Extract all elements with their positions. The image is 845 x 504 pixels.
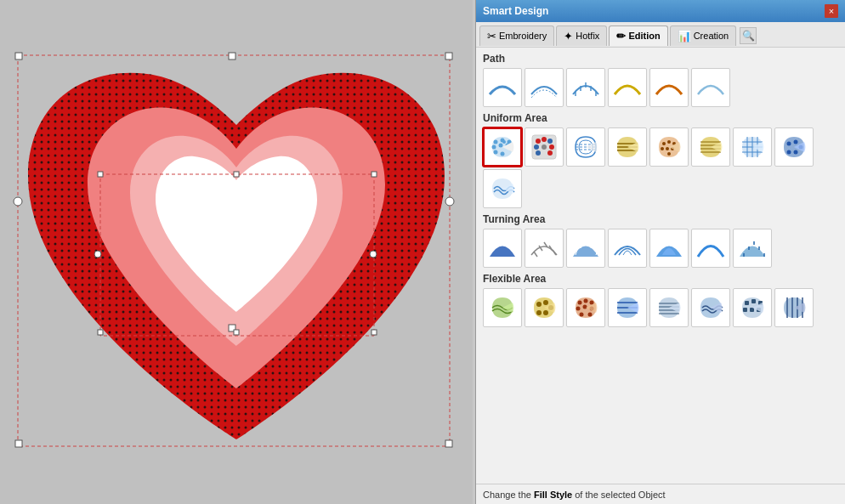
turning-item-6[interactable] <box>691 229 730 268</box>
uniform-item-5[interactable] <box>649 127 689 167</box>
svg-point-93 <box>584 299 588 303</box>
flexible-items-grid <box>483 288 838 327</box>
svg-point-7 <box>445 197 454 206</box>
panel-content[interactable]: Path <box>476 48 845 484</box>
path-item-4[interactable] <box>608 68 647 107</box>
edition-icon: ✏ <box>616 30 626 42</box>
svg-point-33 <box>501 152 505 156</box>
svg-rect-8 <box>15 440 22 447</box>
svg-point-87 <box>536 302 542 307</box>
svg-point-91 <box>536 310 542 315</box>
svg-rect-110 <box>743 308 747 312</box>
flexible-item-4[interactable] <box>608 288 647 327</box>
hotfix-icon: ✦ <box>564 30 573 42</box>
tab-embroidery-label: Embroidery <box>499 31 547 41</box>
tabs-bar: ✂ Embroidery ✦ Hotfix ✏ Edition 📊 Creati… <box>476 22 845 48</box>
svg-point-42 <box>536 150 541 156</box>
svg-rect-5 <box>445 53 452 59</box>
svg-point-37 <box>542 137 547 142</box>
flexible-item-3[interactable] <box>566 288 605 327</box>
panel-title: Smart Design <box>483 5 548 17</box>
path-item-5[interactable] <box>649 68 689 107</box>
turning-item-4[interactable] <box>608 229 647 268</box>
svg-point-39 <box>534 144 539 150</box>
svg-point-92 <box>578 301 582 305</box>
uniform-item-3[interactable] <box>566 127 605 167</box>
status-text: Change the Fill Style of the selected Ob… <box>483 490 666 500</box>
svg-point-25 <box>494 140 498 144</box>
tab-hotfix-label: Hotfix <box>576 31 599 41</box>
svg-rect-4 <box>229 53 235 59</box>
svg-point-67 <box>787 142 791 146</box>
svg-rect-15 <box>98 330 103 335</box>
turning-item-3[interactable] <box>566 229 605 268</box>
smart-design-panel: Smart Design × ✂ Embroidery ✦ Hotfix ✏ E… <box>475 0 845 504</box>
tab-creation[interactable]: 📊 Creation <box>670 25 737 46</box>
svg-point-41 <box>549 144 554 150</box>
tab-embroidery[interactable]: ✂ Embroidery <box>479 25 554 46</box>
uniform-items-grid <box>483 127 838 208</box>
search-button[interactable]: 🔍 <box>740 27 757 44</box>
uniform-item-1[interactable] <box>483 127 522 167</box>
uniform-item-6[interactable] <box>691 127 730 167</box>
panel-titlebar: Smart Design × <box>476 0 845 22</box>
svg-line-80 <box>591 243 593 248</box>
svg-point-70 <box>794 150 798 155</box>
svg-point-54 <box>666 147 669 150</box>
flexible-item-1[interactable] <box>483 288 522 327</box>
svg-point-95 <box>576 307 581 311</box>
svg-point-38 <box>547 139 553 144</box>
svg-point-32 <box>494 150 498 155</box>
uniform-item-4[interactable] <box>608 127 647 167</box>
path-item-3[interactable] <box>566 68 605 107</box>
turning-items-grid <box>483 229 838 268</box>
section-path-label: Path <box>483 53 838 65</box>
svg-point-34 <box>502 140 506 144</box>
flexible-item-6[interactable] <box>691 288 730 327</box>
uniform-item-7[interactable] <box>733 127 772 167</box>
svg-point-88 <box>543 300 548 305</box>
svg-point-98 <box>580 313 584 317</box>
svg-line-79 <box>586 239 587 244</box>
svg-point-56 <box>667 152 671 156</box>
svg-rect-13 <box>234 172 239 177</box>
creation-icon: 📊 <box>678 30 691 42</box>
svg-point-50 <box>662 142 666 145</box>
svg-point-96 <box>583 305 587 309</box>
turning-item-2[interactable] <box>525 229 564 268</box>
flexible-item-2[interactable] <box>525 288 564 327</box>
tab-edition[interactable]: ✏ Edition <box>609 25 667 46</box>
turning-item-5[interactable] <box>649 229 689 268</box>
panel-statusbar: Change the Fill Style of the selected Ob… <box>476 484 845 504</box>
uniform-item-8[interactable] <box>774 127 814 167</box>
path-item-1[interactable] <box>483 68 522 107</box>
path-item-2[interactable] <box>525 68 564 107</box>
path-item-6[interactable] <box>691 68 730 107</box>
svg-rect-108 <box>751 299 756 303</box>
svg-rect-16 <box>234 330 239 335</box>
svg-rect-107 <box>745 301 749 305</box>
path-items-grid <box>483 68 838 107</box>
svg-point-53 <box>661 147 664 150</box>
embroidery-icon: ✂ <box>487 30 496 42</box>
svg-rect-14 <box>371 172 377 177</box>
svg-point-28 <box>492 145 496 150</box>
flexible-item-7[interactable] <box>733 288 772 327</box>
turning-item-1[interactable] <box>483 229 522 268</box>
flexible-item-5[interactable] <box>649 288 689 327</box>
tab-edition-label: Edition <box>628 31 660 41</box>
uniform-item-9[interactable] <box>483 169 522 208</box>
turning-item-7[interactable] <box>733 229 772 268</box>
close-button[interactable]: × <box>825 4 838 18</box>
canvas-area <box>0 0 473 504</box>
svg-point-71 <box>787 150 791 155</box>
uniform-item-2[interactable] <box>525 127 564 167</box>
svg-point-6 <box>14 197 22 206</box>
svg-point-43 <box>547 150 553 156</box>
section-flexible-label: Flexible Area <box>483 273 838 285</box>
flexible-item-8[interactable] <box>774 288 814 327</box>
tab-creation-label: Creation <box>694 31 729 41</box>
svg-point-90 <box>543 310 548 315</box>
tab-hotfix[interactable]: ✦ Hotfix <box>556 25 607 46</box>
svg-point-19 <box>370 251 377 258</box>
